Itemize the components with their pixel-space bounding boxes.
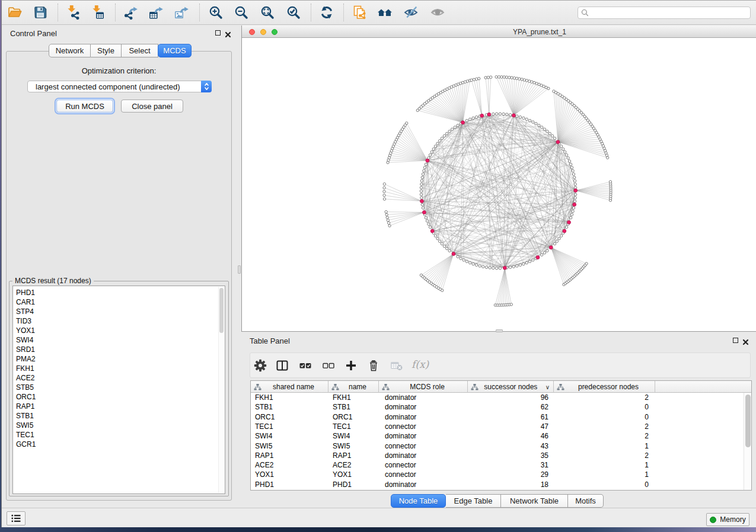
table-row[interactable]: RAP1RAP1dominator352 [251,451,744,461]
table-row[interactable]: PHD1PHD1dominator180 [251,480,744,490]
scrollbar-thumb[interactable] [219,288,224,333]
graph-node[interactable] [492,267,495,269]
graph-node[interactable] [477,77,480,79]
graph-node[interactable] [508,76,511,79]
hide-selected-icon[interactable] [403,4,419,21]
table-cell[interactable]: 18 [468,480,554,490]
table-row[interactable]: ORC1ORC1dominator610 [251,412,744,422]
graph-dominator-node[interactable] [512,114,515,117]
table-cell[interactable]: TEC1 [251,422,328,432]
graph-node[interactable] [560,145,562,148]
graph-node[interactable] [574,186,576,188]
graph-dominator-node[interactable] [487,113,491,116]
graph-node[interactable] [551,134,553,137]
table-cell[interactable]: RAP1 [328,451,379,461]
graph-node[interactable] [495,267,497,270]
graph-node[interactable] [475,264,477,266]
zoom-out-icon[interactable] [233,4,250,21]
tab-style[interactable]: Style [91,44,122,57]
graph-node[interactable] [383,183,385,185]
table-cell[interactable]: PHD1 [328,480,379,490]
graph-node[interactable] [528,260,531,262]
graph-node[interactable] [475,116,477,118]
graph-dominator-node[interactable] [563,229,566,233]
table-cell[interactable]: 0 [554,412,655,422]
network-frame-title-bar[interactable]: YPA_prune.txt_1 [242,25,756,38]
graph-node[interactable] [553,90,555,92]
table-row[interactable]: ACE2ACE2connector311 [251,460,744,470]
column-header-predecessor-nodes[interactable]: predecessor nodes [554,381,655,393]
graph-node[interactable] [441,289,444,291]
graph-node[interactable] [572,169,574,172]
table-cell[interactable]: 43 [468,441,554,451]
graph-node[interactable] [462,259,465,261]
graph-node[interactable] [574,193,576,196]
graph-node[interactable] [420,186,422,188]
graph-node[interactable] [525,118,528,120]
table-row[interactable]: YOX1YOX1connector291 [251,470,744,480]
mcds-result-item[interactable]: STP4 [13,307,225,316]
mcds-result-item[interactable]: PHD1 [13,288,225,297]
table-cell[interactable]: connector [379,441,468,451]
graph-node[interactable] [541,254,543,256]
graph-node[interactable] [533,81,535,84]
table-row[interactable]: SWI5SWI5connector431 [251,441,744,451]
graph-node[interactable] [506,113,508,116]
graph-node[interactable] [434,235,436,237]
table-scrollbar[interactable] [744,393,751,490]
graph-node[interactable] [485,266,487,268]
import-table-icon[interactable] [91,4,107,21]
graph-node[interactable] [426,220,428,222]
graph-dominator-node[interactable] [461,121,465,124]
table-cell[interactable]: dominator [379,451,468,461]
graph-dominator-node[interactable] [549,246,553,249]
table-cell[interactable]: 47 [468,422,554,432]
graph-node[interactable] [568,160,570,162]
refresh-icon[interactable] [318,4,335,21]
table-cell[interactable]: SWI5 [251,441,328,451]
mcds-result-list[interactable]: PHD1CAR1STP4TID3YOX1SWI4SRD1PMA2FKH1ACE2… [12,286,225,494]
graph-dominator-node[interactable] [573,203,576,206]
graph-dominator-node[interactable] [430,229,434,233]
zoom-selected-icon[interactable] [285,4,302,21]
table-cell[interactable]: SWI4 [251,431,328,441]
graph-node[interactable] [525,79,528,82]
graph-node[interactable] [425,163,427,165]
graph-node[interactable] [548,132,551,134]
mcds-result-item[interactable]: SWI4 [13,335,225,345]
graph-dominator-node[interactable] [556,140,560,144]
table-cell[interactable]: 2 [554,431,655,441]
graph-node[interactable] [465,119,468,121]
graph-node[interactable] [448,249,451,252]
float-icon[interactable] [215,30,221,36]
mcds-result-item[interactable]: GCR1 [13,440,225,449]
fit-content-icon[interactable] [259,4,276,21]
toggle-columns-icon[interactable] [275,358,290,373]
graph-node[interactable] [509,266,511,268]
table-cell[interactable]: 0 [554,402,655,412]
graph-node[interactable] [541,126,543,129]
graph-node[interactable] [457,124,459,127]
table-cell[interactable]: ACE2 [328,460,379,470]
table-cell[interactable]: YOX1 [251,470,328,480]
graph-node[interactable] [543,128,546,130]
criterion-dropdown[interactable]: largest connected component (undirected) [27,81,212,92]
table-cell[interactable]: STB1 [328,402,379,412]
graph-node[interactable] [499,113,501,115]
table-cell[interactable]: 31 [468,460,554,470]
graph-node[interactable] [513,77,515,79]
graph-node[interactable] [570,213,573,216]
graph-dominator-node[interactable] [452,252,455,255]
table-cell[interactable]: 2 [554,451,655,461]
mcds-result-item[interactable]: CAR1 [13,297,225,307]
graph-node[interactable] [423,166,426,169]
table-cell[interactable]: 35 [468,451,554,461]
table-cell[interactable]: 46 [468,431,554,441]
graph-node[interactable] [383,194,385,196]
graph-node[interactable] [503,76,505,78]
graph-node[interactable] [472,117,474,119]
mcds-result-item[interactable]: SRD1 [13,345,225,354]
table-cell[interactable]: dominator [379,412,468,422]
settings-gear-icon[interactable] [253,358,268,373]
graph-node[interactable] [387,161,389,164]
